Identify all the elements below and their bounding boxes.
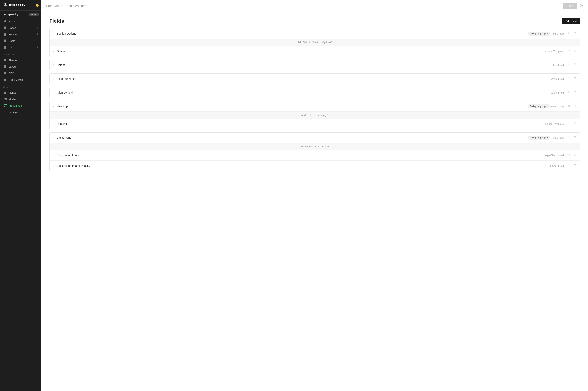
hugo-config-icon bbox=[3, 78, 7, 81]
align-vertical-actions bbox=[567, 90, 577, 95]
sidebar-item-features[interactable]: Features 5 bbox=[1, 31, 41, 37]
options-drag-handle[interactable]: ≡ bbox=[53, 50, 54, 52]
sidebar-item-data[interactable]: Data 3 bbox=[1, 44, 41, 51]
svg-rect-8 bbox=[4, 59, 6, 61]
section-options-collapse-badge[interactable]: Collapse group bbox=[528, 32, 550, 35]
align-horizontal-actions bbox=[567, 76, 577, 81]
height-drag-handle[interactable]: ≡ bbox=[53, 64, 54, 66]
headings-child-delete-button[interactable] bbox=[573, 121, 577, 126]
background-image-opacity-drag-handle[interactable]: ≡ bbox=[53, 164, 54, 167]
sidebar-item-front-matter[interactable]: Front matter bbox=[1, 102, 41, 109]
data-count: 3 bbox=[36, 46, 38, 49]
sidebar-item-home[interactable]: Home bbox=[1, 18, 41, 24]
chevron-up-icon bbox=[546, 137, 548, 139]
sidebar-item-menus[interactable]: Menus bbox=[1, 89, 41, 96]
background-name: Background bbox=[57, 136, 525, 139]
svg-rect-9 bbox=[4, 66, 6, 68]
save-button[interactable]: Save bbox=[563, 3, 577, 9]
background-image-delete-button[interactable] bbox=[573, 153, 577, 158]
nav-site: SITE Menus Media Front matter Settings bbox=[0, 83, 41, 115]
topbar-actions: Save bbox=[563, 3, 583, 9]
sidebar-item-posts[interactable]: Posts 7 bbox=[1, 38, 41, 44]
align-horizontal-drag-handle[interactable]: ≡ bbox=[53, 77, 54, 80]
options-delete-button[interactable] bbox=[573, 49, 577, 53]
height-star-button[interactable] bbox=[567, 63, 571, 67]
sidebar-item-pages[interactable]: Pages 4 bbox=[1, 25, 41, 31]
align-horizontal-name: Align Horizontal bbox=[57, 77, 550, 80]
add-field-to-headings[interactable]: Add Field to "Headings" bbox=[50, 112, 580, 119]
svg-rect-11 bbox=[4, 79, 6, 81]
section-options-star-button[interactable] bbox=[567, 31, 571, 36]
background-drag-handle[interactable]: ≡ bbox=[53, 136, 54, 139]
sidebar-item-pages-label: Pages bbox=[9, 26, 16, 29]
trash-icon bbox=[573, 49, 576, 52]
background-image-star-button[interactable] bbox=[567, 153, 571, 158]
headings-group: ≡ Headings Collapse group Field Group Ad… bbox=[49, 101, 580, 129]
background-image-opacity-star-button[interactable] bbox=[567, 163, 571, 168]
trash-icon bbox=[573, 122, 576, 125]
svg-rect-3 bbox=[4, 33, 6, 36]
headings-drag-handle[interactable]: ≡ bbox=[53, 105, 54, 108]
sidebar-item-theme[interactable]: Theme bbox=[1, 57, 41, 63]
settings-icon bbox=[3, 110, 7, 114]
align-horizontal-star-button[interactable] bbox=[567, 76, 571, 81]
sidebar-item-posts-label: Posts bbox=[9, 39, 15, 42]
background-star-button[interactable] bbox=[567, 135, 571, 140]
headings-star-button[interactable] bbox=[567, 104, 571, 109]
sidebar-item-features-label: Features bbox=[9, 33, 19, 36]
headings-delete-button[interactable] bbox=[573, 104, 577, 109]
topbar-settings-button[interactable] bbox=[579, 3, 583, 8]
add-field-to-section-options[interactable]: Add Field to "Section Options" bbox=[50, 39, 580, 46]
headings-child-star-button[interactable] bbox=[567, 121, 571, 126]
background-collapse-badge[interactable]: Collapse group bbox=[528, 136, 550, 140]
section-options-name: Section Options bbox=[57, 32, 525, 35]
background-image-drag-handle[interactable]: ≡ bbox=[53, 154, 54, 157]
sidebar-item-media[interactable]: Media bbox=[1, 96, 41, 102]
posts-icon bbox=[3, 39, 7, 42]
align-vertical-delete-button[interactable] bbox=[573, 90, 577, 95]
background-image-opacity-delete-button[interactable] bbox=[573, 163, 577, 168]
background-delete-button[interactable] bbox=[573, 135, 577, 140]
background-image-row: ≡ Background Image Image/File Upload bbox=[50, 150, 580, 161]
align-horizontal-delete-button[interactable] bbox=[573, 76, 577, 81]
theme-icon bbox=[3, 59, 7, 62]
align-vertical-drag-handle[interactable]: ≡ bbox=[53, 91, 54, 94]
height-delete-button[interactable] bbox=[573, 63, 577, 67]
headings-collapse-badge[interactable]: Collapse group bbox=[528, 104, 550, 108]
star-icon bbox=[567, 122, 571, 125]
add-field-button[interactable]: Add Field bbox=[562, 18, 580, 24]
height-row: ≡ Height Text Field bbox=[50, 60, 580, 70]
headings-nested: ≡ Headings Include Template bbox=[50, 119, 580, 129]
svg-rect-12 bbox=[4, 92, 6, 92]
section-options-delete-button[interactable] bbox=[573, 31, 577, 36]
svg-rect-10 bbox=[4, 72, 6, 74]
sidebar-item-menus-label: Menus bbox=[9, 91, 16, 94]
sidebar-item-seo[interactable]: SEO bbox=[1, 70, 41, 76]
options-star-button[interactable] bbox=[567, 49, 571, 53]
headings-child-drag-handle[interactable]: ≡ bbox=[53, 122, 54, 125]
forestry-logo-icon bbox=[3, 2, 7, 8]
align-vertical-star-button[interactable] bbox=[567, 90, 571, 95]
breadcrumb-separator: / bbox=[79, 4, 81, 7]
svg-rect-13 bbox=[4, 92, 6, 93]
breadcrumb-part1: Front Matter Templates bbox=[46, 4, 79, 7]
options-type: Include Template bbox=[544, 50, 564, 53]
svg-point-21 bbox=[5, 112, 5, 112]
sidebar-item-data-label: Data bbox=[9, 46, 14, 49]
sidebar-item-hugo-config[interactable]: Hugo Config bbox=[1, 77, 41, 83]
star-icon bbox=[567, 153, 571, 156]
logo-area: FORESTRY bbox=[3, 2, 26, 8]
star-icon bbox=[567, 63, 571, 66]
sidebar-item-layout-label: Layout bbox=[9, 65, 16, 68]
gear-icon bbox=[579, 3, 583, 7]
sidebar-item-layout[interactable]: Layout bbox=[1, 64, 41, 70]
headings-child-actions bbox=[567, 121, 577, 126]
add-field-to-background[interactable]: Add Field to "Background" bbox=[50, 143, 580, 150]
background-image-type: Image/File Upload bbox=[543, 154, 564, 157]
seo-icon bbox=[3, 72, 7, 75]
sidebar-item-home-label: Home bbox=[9, 20, 16, 23]
trash-icon bbox=[573, 153, 576, 156]
sidebar-item-settings[interactable]: Settings bbox=[1, 109, 41, 115]
section-options-drag-handle[interactable]: ≡ bbox=[53, 32, 54, 35]
background-image-opacity-name: Background Image Opacity bbox=[57, 164, 548, 167]
